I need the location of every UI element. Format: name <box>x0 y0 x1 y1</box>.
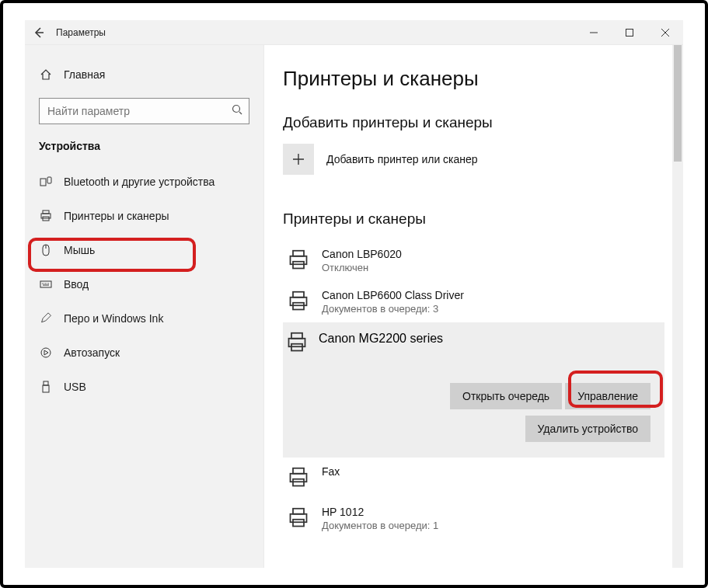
sidebar-item-autoplay[interactable]: Автозапуск <box>25 336 263 370</box>
printer-name: Canon LBP6600 Class Driver <box>322 289 464 301</box>
printer-icon <box>286 506 311 531</box>
keyboard-icon <box>39 278 53 291</box>
home-icon <box>39 68 53 81</box>
window-title: Параметры <box>53 27 106 38</box>
arrow-left-icon <box>33 27 44 38</box>
add-printer-row[interactable]: Добавить принтер или сканер <box>283 144 672 175</box>
svg-rect-8 <box>40 281 51 287</box>
svg-rect-4 <box>43 210 49 214</box>
sidebar: Главная Устройства Bluetooth и другие ус… <box>25 45 264 568</box>
add-button[interactable] <box>283 144 314 175</box>
page-title: Принтеры и сканеры <box>283 67 672 91</box>
sidebar-item-label: Мышь <box>64 244 95 256</box>
sidebar-item-label: Автозапуск <box>64 346 120 359</box>
sidebar-item-label: Ввод <box>64 278 89 291</box>
printer-item[interactable]: HP 1012 Документов в очереди: 1 <box>283 498 672 539</box>
maximize-button[interactable] <box>612 20 647 45</box>
svg-rect-11 <box>43 385 49 392</box>
add-section-title: Добавить принтеры и сканеры <box>283 114 672 131</box>
svg-rect-12 <box>293 251 304 256</box>
mouse-icon <box>39 244 53 256</box>
titlebar: Параметры <box>25 20 683 45</box>
scrollbar-thumb[interactable] <box>674 45 682 162</box>
home-label: Главная <box>64 68 105 81</box>
list-title: Принтеры и сканеры <box>283 210 672 228</box>
svg-rect-0 <box>626 29 633 36</box>
printer-name: HP 1012 <box>322 506 438 518</box>
svg-rect-24 <box>293 509 304 514</box>
printer-icon <box>286 289 311 314</box>
search-icon <box>232 104 242 118</box>
back-button[interactable] <box>25 27 53 38</box>
open-queue-button[interactable]: Открыть очередь <box>450 383 562 409</box>
printer-icon <box>39 210 53 222</box>
svg-rect-2 <box>40 179 46 186</box>
printer-item-selected[interactable]: Canon MG2200 series Открыть очередь Упра… <box>283 322 664 458</box>
printer-list: Canon LBP6020 Отключен Canon LBP6600 Cla… <box>283 240 672 539</box>
usb-icon <box>39 381 53 393</box>
autoplay-icon <box>39 346 53 359</box>
window-controls <box>576 20 683 45</box>
printer-name: Fax <box>322 465 340 478</box>
manage-button[interactable]: Управление <box>565 383 650 409</box>
printer-icon <box>286 248 311 273</box>
svg-rect-10 <box>44 381 48 385</box>
sidebar-item-usb[interactable]: USB <box>25 370 263 404</box>
svg-rect-15 <box>293 292 304 297</box>
printer-status: Документов в очереди: 1 <box>322 520 438 531</box>
sidebar-item-label: Bluetooth и другие устройства <box>64 176 214 188</box>
printer-status: Отключен <box>322 262 402 273</box>
sidebar-nav: Bluetooth и другие устройства Принтеры и… <box>25 165 263 404</box>
search-input[interactable] <box>39 98 249 124</box>
printer-item[interactable]: Fax <box>283 458 672 498</box>
sidebar-item-label: Принтеры и сканеры <box>64 210 169 222</box>
pen-icon <box>39 312 53 325</box>
scrollbar[interactable] <box>672 45 683 568</box>
sidebar-item-label: USB <box>64 381 86 393</box>
close-button[interactable] <box>647 20 683 45</box>
sidebar-item-pen[interactable]: Перо и Windows Ink <box>25 301 263 336</box>
printer-name: Canon MG2200 series <box>319 332 443 345</box>
sidebar-item-printers[interactable]: Принтеры и сканеры <box>25 199 263 233</box>
minimize-button[interactable] <box>576 20 612 45</box>
search-field[interactable] <box>47 105 232 117</box>
plus-icon <box>292 153 305 165</box>
section-title: Устройства <box>25 140 263 165</box>
sidebar-item-typing[interactable]: Ввод <box>25 267 263 301</box>
home-nav[interactable]: Главная <box>25 62 263 87</box>
devices-icon <box>39 176 53 188</box>
printer-name: Canon LBP6020 <box>322 248 402 260</box>
remove-device-button[interactable]: Удалить устройство <box>525 416 650 442</box>
main-content: Принтеры и сканеры Добавить принтеры и с… <box>264 45 683 568</box>
svg-rect-3 <box>47 177 51 183</box>
printer-item[interactable]: Canon LBP6600 Class Driver Документов в … <box>283 281 672 322</box>
printer-status: Документов в очереди: 3 <box>322 303 464 315</box>
sidebar-item-bluetooth[interactable]: Bluetooth и другие устройства <box>25 165 263 199</box>
printer-icon <box>286 332 308 357</box>
add-label: Добавить принтер или сканер <box>326 153 478 165</box>
svg-rect-18 <box>291 333 302 339</box>
sidebar-item-label: Перо и Windows Ink <box>64 312 163 325</box>
svg-rect-21 <box>293 468 304 474</box>
printer-icon <box>286 465 311 490</box>
printer-item[interactable]: Canon LBP6020 Отключен <box>283 240 672 281</box>
sidebar-item-mouse[interactable]: Мышь <box>25 233 263 267</box>
svg-point-9 <box>41 348 51 357</box>
svg-point-1 <box>233 106 240 113</box>
